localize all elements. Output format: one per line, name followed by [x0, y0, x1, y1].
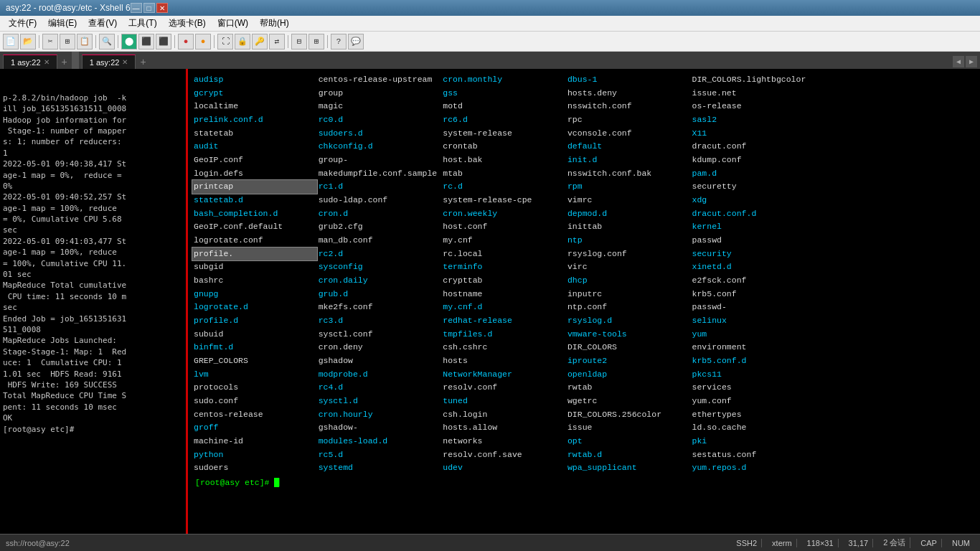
connect-button[interactable]: ⬤ — [121, 34, 137, 50]
minimize-button[interactable]: — — [131, 3, 142, 13]
file-item: profile. — [192, 248, 317, 261]
status-protocol: SSH2 — [732, 539, 762, 547]
file-item: cron.deny — [317, 341, 442, 354]
red-dot-btn[interactable]: ● — [178, 34, 194, 50]
paste-button[interactable]: 📋 — [77, 34, 93, 50]
title-bar: asy:22 - root@asy:/etc - Xshell 6 — □ ✕ — [0, 0, 980, 16]
menu-view[interactable]: 查看(V) — [83, 16, 123, 31]
file-item: X11 — [691, 127, 816, 141]
split-button[interactable]: ⊟ — [291, 34, 307, 50]
file-item: sysctl.d — [317, 395, 442, 408]
file-item: dbus-1 — [566, 73, 691, 87]
file-item: cron.daily — [317, 274, 442, 288]
status-bar: ssh://root@asy:22 SSH2 xterm 118×31 31,1… — [0, 534, 980, 551]
toolbar-separator-3 — [118, 35, 118, 48]
key-button[interactable]: 🔑 — [252, 34, 268, 50]
file-item: modprobe.d — [317, 368, 442, 382]
lock-button[interactable]: 🔒 — [235, 34, 250, 50]
file-item: man_db.conf — [317, 234, 442, 248]
menu-help[interactable]: 帮助(H) — [254, 16, 295, 31]
file-item: NetworkManager — [441, 368, 566, 382]
tab-navigation: ◀ ▶ — [953, 56, 977, 69]
copy-button[interactable]: ⊞ — [60, 34, 75, 50]
menu-window[interactable]: 窗口(W) — [212, 16, 254, 31]
menu-file[interactable]: 文件(F) — [3, 16, 42, 31]
file-item: rsyslog.conf — [566, 248, 691, 261]
file-item: rc6.d — [441, 113, 566, 127]
file-item: bashrc — [192, 274, 317, 288]
file-item: printcap — [192, 180, 317, 194]
file-item: wpa_supplicant — [566, 461, 691, 475]
file-item: logrotate.d — [192, 301, 317, 314]
chat-button[interactable]: 💬 — [348, 34, 364, 50]
file-item: gshadow- — [317, 421, 442, 435]
left-tab-close[interactable]: ✕ — [44, 58, 50, 66]
file-item: cron.d — [317, 207, 442, 221]
prompt-line: [root@asy etc]# █ — [192, 476, 815, 489]
file-item: my.cnf — [441, 234, 566, 248]
file-item: gcrypt — [192, 87, 317, 100]
file-item: crypttab — [441, 274, 566, 288]
file-item: mke2fs.conf — [317, 301, 442, 314]
orange-dot-btn[interactable]: ● — [195, 34, 211, 50]
tab-next[interactable]: ▶ — [966, 56, 977, 67]
file-item: gnupg — [192, 288, 317, 301]
left-terminal[interactable]: p-2.8.2/bin/hadoop job -k ill job_165135… — [0, 69, 188, 534]
file-item: passwd — [691, 234, 816, 248]
status-terminal: xterm — [768, 539, 797, 547]
tab-bar: 1 asy:22 ✕ + 1 asy:22 ✕ + ◀ ▶ — [0, 52, 980, 69]
file-item: prelink.conf.d — [192, 113, 317, 127]
file-item: nsswitch.conf.bak — [566, 167, 691, 181]
file-item: hosts.deny — [566, 87, 691, 100]
toolbar-btn-2[interactable]: ⬛ — [138, 34, 154, 50]
toolbar-separator-4 — [174, 35, 175, 48]
menu-edit[interactable]: 编辑(E) — [42, 16, 83, 31]
file-item: vmware-tools — [566, 328, 691, 342]
close-button[interactable]: ✕ — [156, 3, 168, 13]
right-tab-1[interactable]: 1 asy:22 ✕ — [82, 55, 136, 69]
right-tab-label: 1 asy:22 — [90, 58, 120, 67]
fullscreen-button[interactable]: ⛶ — [217, 34, 233, 50]
tab-prev[interactable]: ◀ — [953, 56, 964, 67]
split-v-button[interactable]: ⊞ — [308, 34, 324, 50]
right-terminal[interactable]: audispgcryptlocaltimeprelink.conf.dstate… — [188, 69, 819, 534]
search-button[interactable]: 🔍 — [99, 34, 115, 50]
file-item: dhcp — [566, 274, 691, 288]
help-button[interactable]: ? — [331, 34, 347, 50]
file-item: rc5.d — [317, 448, 442, 462]
file-item: yum.repos.d — [691, 461, 816, 475]
file-item: subuid — [192, 328, 317, 342]
file-item: inputrc — [566, 288, 691, 301]
toolbar-btn-3[interactable]: ⬛ — [156, 34, 171, 50]
file-item: sudo-ldap.conf — [317, 194, 442, 207]
cursor-block: █ — [274, 478, 279, 487]
file-item: ld.so.cache — [691, 421, 816, 435]
right-tab-add[interactable]: + — [136, 55, 150, 69]
cut-button[interactable]: ✂ — [42, 34, 58, 50]
file-item: GeoIP.conf.default — [192, 220, 317, 234]
new-session-button[interactable]: 📄 — [3, 34, 19, 50]
file-item: login.defs — [192, 167, 317, 181]
file-item: subgid — [192, 260, 317, 274]
maximize-button[interactable]: □ — [143, 3, 155, 13]
file-item: rc2.d — [317, 248, 442, 261]
file-item: bash_completion.d — [192, 207, 317, 221]
file-item: depmod.d — [566, 207, 691, 221]
file-item: vimrc — [566, 194, 691, 207]
transfer-button[interactable]: ⇄ — [269, 34, 285, 50]
toolbar: 📄 📂 ✂ ⊞ 📋 🔍 ⬤ ⬛ ⬛ ● ● ⛶ 🔒 🔑 ⇄ ⊟ ⊞ ? 💬 — [0, 32, 980, 52]
file-item: statetab — [192, 127, 317, 141]
menu-tools[interactable]: 工具(T) — [123, 16, 162, 31]
right-tab-close[interactable]: ✕ — [122, 58, 128, 66]
menu-tabs[interactable]: 选项卡(B) — [163, 16, 212, 31]
file-item: terminfo — [441, 260, 566, 274]
file-item: networks — [441, 435, 566, 448]
left-tab-1[interactable]: 1 asy:22 ✕ — [3, 55, 57, 69]
file-item: rwtab.d — [566, 448, 691, 462]
file-item: iproute2 — [566, 354, 691, 368]
file-item: os-release — [691, 100, 816, 113]
file-listing: audispgcryptlocaltimeprelink.conf.dstate… — [192, 72, 815, 476]
left-tab-add[interactable]: + — [57, 55, 72, 69]
open-button[interactable]: 📂 — [20, 34, 36, 50]
file-item: rpm — [566, 180, 691, 194]
